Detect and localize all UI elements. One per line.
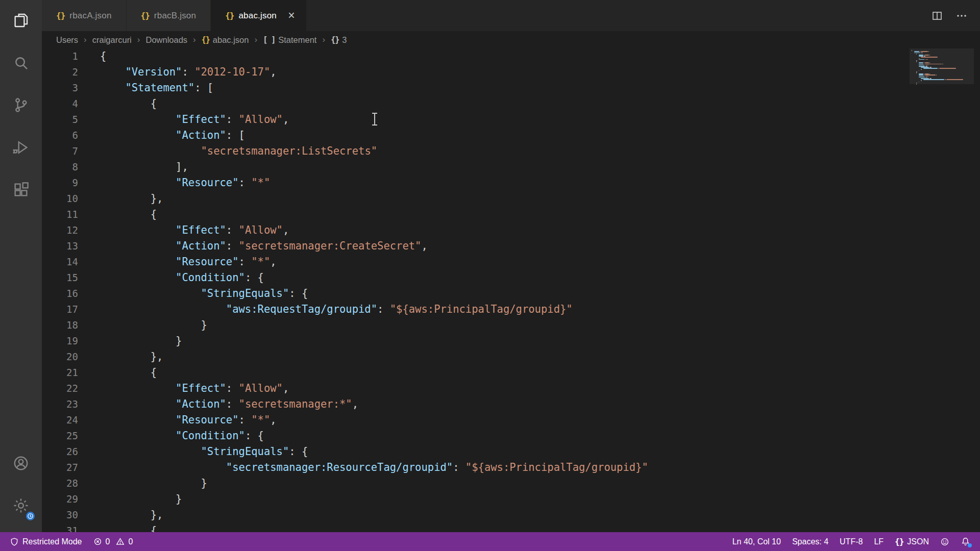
json-file-icon: {} xyxy=(225,11,234,20)
indentation-setting[interactable]: Spaces: 4 xyxy=(787,532,834,551)
encoding-setting[interactable]: UTF-8 xyxy=(834,532,868,551)
code-line[interactable]: 28 } xyxy=(42,475,980,491)
code-line[interactable]: 23 "Action": "secretsmanager:*", xyxy=(42,396,980,412)
code-line[interactable]: 21 { xyxy=(42,365,980,381)
code-line[interactable]: 30 }, xyxy=(42,507,980,523)
line-number[interactable]: 2 xyxy=(42,64,78,80)
line-number[interactable]: 12 xyxy=(42,222,78,238)
breadcrumb-separator: › xyxy=(322,35,325,45)
extensions-icon[interactable] xyxy=(5,174,37,206)
breadcrumb-item[interactable]: {}abac.json xyxy=(202,35,249,45)
code-line[interactable]: 4 { xyxy=(42,96,980,112)
line-number[interactable]: 8 xyxy=(42,159,78,175)
line-number[interactable]: 22 xyxy=(42,381,78,396)
eol-setting[interactable]: LF xyxy=(868,532,889,551)
code-line[interactable]: 31 { xyxy=(42,523,980,532)
code-line[interactable]: 24 "Resource": "*", xyxy=(42,412,980,428)
code-line[interactable]: 10 }, xyxy=(42,191,980,207)
code-line[interactable]: 27 "secretsmanager:ResourceTag/groupid":… xyxy=(42,460,980,475)
problems-indicator[interactable]: 0 0 xyxy=(88,532,139,551)
breadcrumb-item[interactable]: Users xyxy=(56,35,78,45)
line-number[interactable]: 28 xyxy=(42,475,78,491)
breadcrumb-item[interactable]: {}3 xyxy=(331,35,347,45)
line-text: "StringEquals": { xyxy=(78,444,308,460)
line-number[interactable]: 25 xyxy=(42,428,78,444)
line-number[interactable]: 6 xyxy=(42,128,78,143)
code-line[interactable]: 29 } xyxy=(42,491,980,507)
tab-close-icon[interactable]: × xyxy=(285,9,298,22)
explorer-icon[interactable] xyxy=(5,5,37,36)
code-line[interactable]: 18 } xyxy=(42,317,980,333)
more-actions-icon[interactable] xyxy=(955,10,968,22)
language-mode[interactable]: {} JSON xyxy=(889,532,935,551)
code-line[interactable]: 3 "Statement": [ xyxy=(42,80,980,96)
code-line[interactable]: 15 "Condition": { xyxy=(42,270,980,286)
line-number[interactable]: 30 xyxy=(42,507,78,523)
json-language-icon: {} xyxy=(895,537,903,546)
minimap[interactable] xyxy=(912,50,969,85)
line-number[interactable]: 15 xyxy=(42,270,78,286)
split-editor-icon[interactable] xyxy=(931,10,943,22)
line-number[interactable]: 20 xyxy=(42,349,78,365)
line-number[interactable]: 11 xyxy=(42,207,78,222)
line-number[interactable]: 16 xyxy=(42,286,78,302)
breadcrumb-item[interactable]: [ ]Statement xyxy=(263,35,316,45)
code-line[interactable]: 9 "Resource": "*" xyxy=(42,175,980,191)
feedback-icon[interactable] xyxy=(935,532,955,551)
line-number[interactable]: 4 xyxy=(42,96,78,112)
code-line[interactable]: 8 ], xyxy=(42,159,980,175)
line-number[interactable]: 21 xyxy=(42,365,78,381)
line-number[interactable]: 5 xyxy=(42,112,78,128)
search-icon[interactable] xyxy=(5,47,37,79)
code-line[interactable]: 20 }, xyxy=(42,349,980,365)
cursor-position[interactable]: Ln 40, Col 10 xyxy=(727,532,787,551)
breadcrumb-item[interactable]: Downloads xyxy=(145,35,187,45)
line-number[interactable]: 24 xyxy=(42,412,78,428)
code-line[interactable]: 19 } xyxy=(42,333,980,349)
code-line[interactable]: 7 "secretsmanager:ListSecrets" xyxy=(42,143,980,159)
code-line[interactable]: 25 "Condition": { xyxy=(42,428,980,444)
tab-abac-json[interactable]: {} abac.json × xyxy=(211,0,307,31)
line-number[interactable]: 9 xyxy=(42,175,78,191)
code-line[interactable]: 26 "StringEquals": { xyxy=(42,444,980,460)
line-number[interactable]: 26 xyxy=(42,444,78,460)
run-debug-icon[interactable] xyxy=(5,132,37,163)
line-number[interactable]: 14 xyxy=(42,254,78,270)
editor[interactable]: 1{2 "Version": "2012-10-17",3 "Statement… xyxy=(42,48,980,532)
code-line[interactable]: 12 "Effect": "Allow", xyxy=(42,222,980,238)
shield-icon xyxy=(10,537,19,546)
line-number[interactable]: 13 xyxy=(42,238,78,254)
line-number[interactable]: 23 xyxy=(42,396,78,412)
breadcrumb-label: 3 xyxy=(342,35,347,45)
code-line[interactable]: 13 "Action": "secretsmanager:CreateSecre… xyxy=(42,238,980,254)
line-number[interactable]: 29 xyxy=(42,491,78,507)
tab-rbacB-json[interactable]: {} rbacB.json xyxy=(127,0,211,31)
line-number[interactable]: 1 xyxy=(42,48,78,64)
breadcrumb-item[interactable]: craigarcuri xyxy=(92,35,132,45)
notifications-bell-icon[interactable] xyxy=(955,532,976,551)
code-line[interactable]: 2 "Version": "2012-10-17", xyxy=(42,64,980,80)
code-line[interactable]: 17 "aws:RequestTag/groupid": "${aws:Prin… xyxy=(42,302,980,317)
line-number[interactable]: 27 xyxy=(42,460,78,475)
restricted-mode-label: Restricted Mode xyxy=(22,537,82,546)
code-line[interactable]: 5 "Effect": "Allow", xyxy=(42,112,980,128)
code-line[interactable]: 16 "StringEquals": { xyxy=(42,286,980,302)
line-number[interactable]: 19 xyxy=(42,333,78,349)
line-number[interactable]: 10 xyxy=(42,191,78,207)
breadcrumb-label: Statement xyxy=(278,35,316,45)
code-line[interactable]: 6 "Action": [ xyxy=(42,128,980,143)
code-line[interactable]: 11 { xyxy=(42,207,980,222)
tab-rbacA-json[interactable]: {} rbacA.json xyxy=(42,0,127,31)
line-number[interactable]: 31 xyxy=(42,523,78,532)
settings-gear-icon[interactable] xyxy=(5,490,37,521)
accounts-icon[interactable] xyxy=(5,447,37,479)
source-control-icon[interactable] xyxy=(5,89,37,121)
code-line[interactable]: 1{ xyxy=(42,48,980,64)
restricted-mode-indicator[interactable]: Restricted Mode xyxy=(4,532,88,551)
code-line[interactable]: 14 "Resource": "*", xyxy=(42,254,980,270)
line-number[interactable]: 7 xyxy=(42,143,78,159)
line-number[interactable]: 17 xyxy=(42,302,78,317)
code-line[interactable]: 22 "Effect": "Allow", xyxy=(42,381,980,396)
line-number[interactable]: 18 xyxy=(42,317,78,333)
line-number[interactable]: 3 xyxy=(42,80,78,96)
